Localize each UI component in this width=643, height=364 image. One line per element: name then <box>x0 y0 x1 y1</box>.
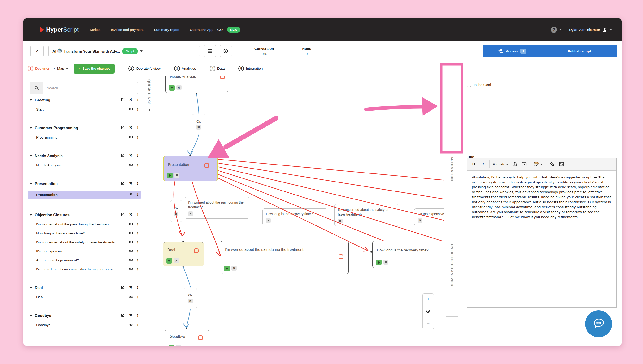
sidebar-group-deal[interactable]: Deal ✖ ↕ <box>30 285 141 291</box>
move-icon[interactable]: ↕ <box>137 231 139 235</box>
search-input[interactable] <box>44 82 138 94</box>
goal-marker-icon[interactable] <box>198 336 203 340</box>
edit-icon[interactable] <box>121 98 125 102</box>
sidebar-item-programming[interactable]: Programming ↕ <box>30 135 141 140</box>
user-avatar-icon[interactable] <box>602 28 607 32</box>
caret-down-icon[interactable] <box>30 183 32 184</box>
delete-step-button[interactable]: ✖ <box>232 266 237 271</box>
back-button[interactable]: ‹ <box>30 45 44 57</box>
sidebar-item-pain[interactable]: I'm worried about the pain during the tr… <box>30 222 141 227</box>
eye-icon[interactable] <box>128 240 133 244</box>
eye-icon[interactable] <box>128 295 133 298</box>
search-icon[interactable] <box>30 82 44 94</box>
sidebar-group-goodbye[interactable]: Goodbye ✖ ↕ <box>30 313 141 318</box>
add-step-button[interactable]: + <box>376 260 382 265</box>
delete-icon[interactable]: ✖ <box>129 182 132 185</box>
sidebar-item-start[interactable]: Start ↕ <box>30 107 141 112</box>
add-step-button[interactable]: + <box>224 266 230 271</box>
eye-icon[interactable] <box>128 163 133 166</box>
move-icon[interactable]: ↕ <box>137 240 139 244</box>
edit-icon[interactable] <box>121 212 125 216</box>
formats-dropdown[interactable]: Formats <box>491 160 510 169</box>
caret-down-icon[interactable] <box>30 99 32 101</box>
node-step-pain[interactable]: I'm worried about the pain during the tr… <box>220 241 349 274</box>
spellcheck-button[interactable]: ABC <box>532 160 544 169</box>
eye-icon[interactable] <box>128 222 133 226</box>
caret-down-icon[interactable] <box>30 127 32 129</box>
move-icon[interactable]: ↕ <box>137 107 139 111</box>
eye-icon[interactable] <box>128 267 133 270</box>
delete-icon[interactable]: ✖ <box>129 154 132 158</box>
zoom-out-button[interactable]: − <box>423 317 434 329</box>
delete-icon[interactable]: ✖ <box>129 213 132 216</box>
access-button[interactable]: Access 1 <box>483 45 542 58</box>
delete-step-button[interactable]: ✖ <box>383 260 388 265</box>
menu-invoice[interactable]: Invoice and payment <box>111 28 144 32</box>
delete-step-button[interactable]: ✖ <box>176 345 181 346</box>
sidebar-item-expensive[interactable]: It's too expensive ↕ <box>30 249 141 254</box>
delete-icon[interactable]: ✖ <box>129 314 132 317</box>
sidebar-item-deal[interactable]: Deal ↕ <box>30 294 141 300</box>
delete-icon[interactable]: ✖ <box>129 126 132 130</box>
move-icon[interactable]: ↕ <box>137 266 139 271</box>
tab-analytics[interactable]: 3 Analytics <box>174 66 196 72</box>
sidebar-item-permanent[interactable]: Are the results permanent? ↕ <box>30 258 141 263</box>
support-chat-button[interactable] <box>585 310 612 337</box>
move-icon[interactable]: ↕ <box>137 285 139 290</box>
caret-down-icon[interactable] <box>30 155 32 157</box>
user-name[interactable]: Dylan Administrator <box>569 28 600 32</box>
tab-unexpected-answer[interactable]: UNEXPECTED ANSWER <box>446 214 458 317</box>
help-caret-icon[interactable] <box>559 29 562 30</box>
menu-scripts[interactable]: Scripts <box>90 28 100 32</box>
is-goal-checkbox[interactable] <box>467 83 471 87</box>
eye-icon[interactable] <box>128 136 133 138</box>
move-icon[interactable]: ↕ <box>137 135 139 139</box>
user-caret-icon[interactable] <box>610 29 612 30</box>
save-changes-button[interactable]: ✓ Save the changes <box>74 64 115 74</box>
editor-content[interactable]: Absolutely, I'd be happy to help you wit… <box>467 171 616 307</box>
insert-image-button[interactable] <box>557 160 566 169</box>
move-icon[interactable]: ↕ <box>137 192 139 197</box>
edit-icon[interactable] <box>121 154 125 158</box>
node-presentation-selected[interactable]: Presentation + ✖ <box>163 156 218 181</box>
help-icon[interactable]: ? <box>551 27 557 33</box>
delete-step-button[interactable]: ✖ <box>174 258 179 263</box>
tab-designer[interactable]: 1 Designer <box>28 66 50 72</box>
eye-icon[interactable] <box>128 323 133 326</box>
script-menu-button[interactable] <box>204 45 216 57</box>
sidebar-item-recovery[interactable]: How long is the recovery time? ↕ <box>30 231 141 236</box>
sidebar-item-goodbye[interactable]: Goodbye ↕ <box>30 322 141 328</box>
move-icon[interactable]: ↕ <box>137 98 139 102</box>
edit-icon[interactable] <box>121 181 125 185</box>
node-step-recovery[interactable]: How long is the recovery time? + ✖ <box>372 241 444 268</box>
edit-icon[interactable] <box>121 126 125 130</box>
delete-step-button[interactable]: ✖ <box>174 172 180 178</box>
move-icon[interactable]: ↕ <box>137 212 139 217</box>
move-icon[interactable]: ↕ <box>137 258 139 262</box>
delete-node-button[interactable]: ✖ <box>196 125 201 130</box>
eye-icon[interactable] <box>128 258 133 262</box>
script-title-box[interactable]: AI Transform Your Skin with Adv... Scrip… <box>48 45 200 57</box>
caret-down-icon[interactable] <box>30 314 32 316</box>
caret-down-icon[interactable] <box>30 287 32 288</box>
move-icon[interactable]: ↕ <box>137 162 139 167</box>
goal-marker-icon[interactable] <box>204 163 209 168</box>
edit-icon[interactable] <box>121 285 125 289</box>
caret-down-icon[interactable] <box>30 214 32 216</box>
move-icon[interactable]: ↕ <box>137 294 139 299</box>
tab-integration[interactable]: 5 Integration <box>238 66 263 72</box>
goal-marker-icon[interactable] <box>220 76 225 79</box>
delete-icon[interactable]: ✖ <box>129 98 132 102</box>
node-needs-analysis[interactable]: Needs Analysis + ✖ <box>166 76 228 93</box>
zoom-in-button[interactable]: + <box>423 294 434 306</box>
move-icon[interactable]: ↕ <box>137 153 139 158</box>
sidebar-group-objection-closures[interactable]: Objection Closures ✖ ↕ <box>30 212 141 218</box>
edit-icon[interactable] <box>121 313 125 317</box>
tab-automation[interactable]: AUTOMATION <box>446 128 458 209</box>
add-step-button[interactable]: + <box>169 345 174 346</box>
map-dropdown[interactable]: Map <box>57 66 64 70</box>
sidebar-item-needs-analysis[interactable]: Needs Analysis ↕ <box>30 162 141 168</box>
flow-canvas[interactable]: Oк ✖ I'm worried about the pain during t… <box>154 76 444 346</box>
sidebar-group-needs-analysis[interactable]: Needs Analysis ✖ ↕ <box>30 153 141 159</box>
move-icon[interactable]: ↕ <box>137 181 139 186</box>
